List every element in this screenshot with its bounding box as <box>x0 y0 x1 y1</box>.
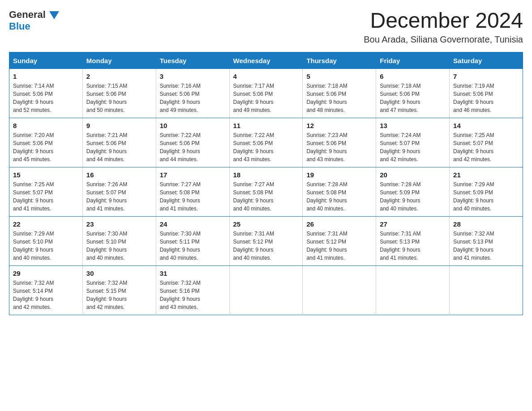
calendar-cell: 22 Sunrise: 7:29 AMSunset: 5:10 PMDaylig… <box>9 216 83 265</box>
day-number: 19 <box>306 171 372 179</box>
calendar-cell: 6 Sunrise: 7:18 AMSunset: 5:06 PMDayligh… <box>376 69 450 118</box>
calendar-cell: 1 Sunrise: 7:14 AMSunset: 5:06 PMDayligh… <box>9 69 83 118</box>
logo-icon: General Blue <box>9 9 59 32</box>
calendar-cell <box>376 265 450 315</box>
day-detail: Sunrise: 7:18 AMSunset: 5:06 PMDaylight:… <box>306 83 347 113</box>
day-detail: Sunrise: 7:28 AMSunset: 5:09 PMDaylight:… <box>380 181 420 212</box>
month-title: December 2024 <box>364 9 523 33</box>
day-detail: Sunrise: 7:32 AMSunset: 5:14 PMDaylight:… <box>13 280 54 310</box>
calendar-cell <box>303 265 376 315</box>
col-monday: Monday <box>82 52 156 69</box>
calendar-cell: 11 Sunrise: 7:22 AMSunset: 5:06 PMDaylig… <box>229 118 303 167</box>
day-number: 21 <box>453 171 519 179</box>
day-number: 22 <box>13 220 79 228</box>
day-number: 20 <box>380 171 446 179</box>
day-detail: Sunrise: 7:19 AMSunset: 5:06 PMDaylight:… <box>453 83 494 113</box>
day-number: 2 <box>86 73 152 80</box>
title-block: December 2024 Bou Arada, Siliana Governo… <box>364 9 523 45</box>
day-number: 1 <box>13 73 79 80</box>
day-number: 27 <box>380 220 446 228</box>
day-detail: Sunrise: 7:32 AMSunset: 5:16 PMDaylight:… <box>160 280 201 310</box>
day-detail: Sunrise: 7:22 AMSunset: 5:06 PMDaylight:… <box>160 132 201 163</box>
calendar-cell: 18 Sunrise: 7:27 AMSunset: 5:08 PMDaylig… <box>229 167 303 216</box>
day-detail: Sunrise: 7:25 AMSunset: 5:07 PMDaylight:… <box>13 181 54 212</box>
day-detail: Sunrise: 7:32 AMSunset: 5:15 PMDaylight:… <box>86 280 127 310</box>
calendar-cell: 29 Sunrise: 7:32 AMSunset: 5:14 PMDaylig… <box>9 265 83 315</box>
calendar-week-4: 22 Sunrise: 7:29 AMSunset: 5:10 PMDaylig… <box>9 216 523 265</box>
calendar-cell: 30 Sunrise: 7:32 AMSunset: 5:15 PMDaylig… <box>82 265 156 315</box>
calendar-cell: 27 Sunrise: 7:31 AMSunset: 5:13 PMDaylig… <box>376 216 450 265</box>
col-wednesday: Wednesday <box>229 52 303 69</box>
day-detail: Sunrise: 7:24 AMSunset: 5:07 PMDaylight:… <box>380 132 420 163</box>
day-detail: Sunrise: 7:17 AMSunset: 5:06 PMDaylight:… <box>233 83 274 113</box>
col-tuesday: Tuesday <box>156 52 229 69</box>
logo-general-text: General <box>9 9 59 20</box>
day-detail: Sunrise: 7:32 AMSunset: 5:13 PMDaylight:… <box>453 231 494 261</box>
calendar-week-1: 1 Sunrise: 7:14 AMSunset: 5:06 PMDayligh… <box>9 69 523 118</box>
calendar-table: Sunday Monday Tuesday Wednesday Thursday… <box>9 52 523 315</box>
calendar-cell: 21 Sunrise: 7:29 AMSunset: 5:09 PMDaylig… <box>450 167 523 216</box>
location-title: Bou Arada, Siliana Governorate, Tunisia <box>364 34 523 45</box>
day-number: 6 <box>380 73 446 80</box>
day-number: 23 <box>86 220 152 228</box>
day-detail: Sunrise: 7:28 AMSunset: 5:08 PMDaylight:… <box>306 181 347 212</box>
day-number: 16 <box>86 171 152 179</box>
day-detail: Sunrise: 7:27 AMSunset: 5:08 PMDaylight:… <box>160 181 201 212</box>
calendar-cell: 17 Sunrise: 7:27 AMSunset: 5:08 PMDaylig… <box>156 167 229 216</box>
day-detail: Sunrise: 7:27 AMSunset: 5:08 PMDaylight:… <box>233 181 274 212</box>
day-number: 7 <box>453 73 519 80</box>
calendar-cell: 31 Sunrise: 7:32 AMSunset: 5:16 PMDaylig… <box>156 265 229 315</box>
calendar-cell: 12 Sunrise: 7:23 AMSunset: 5:06 PMDaylig… <box>303 118 376 167</box>
day-number: 5 <box>306 73 372 80</box>
day-detail: Sunrise: 7:25 AMSunset: 5:07 PMDaylight:… <box>453 132 494 163</box>
calendar-cell: 10 Sunrise: 7:22 AMSunset: 5:06 PMDaylig… <box>156 118 229 167</box>
day-detail: Sunrise: 7:18 AMSunset: 5:06 PMDaylight:… <box>380 83 420 113</box>
day-number: 9 <box>86 122 152 129</box>
day-detail: Sunrise: 7:30 AMSunset: 5:11 PMDaylight:… <box>160 231 201 261</box>
calendar-cell: 19 Sunrise: 7:28 AMSunset: 5:08 PMDaylig… <box>303 167 376 216</box>
day-number: 25 <box>233 220 299 228</box>
header-row: Sunday Monday Tuesday Wednesday Thursday… <box>9 52 523 69</box>
calendar-cell: 3 Sunrise: 7:16 AMSunset: 5:06 PMDayligh… <box>156 69 229 118</box>
day-detail: Sunrise: 7:22 AMSunset: 5:06 PMDaylight:… <box>233 132 274 163</box>
col-friday: Friday <box>376 52 450 69</box>
calendar-header: Sunday Monday Tuesday Wednesday Thursday… <box>9 52 523 69</box>
day-number: 30 <box>86 270 152 277</box>
day-number: 15 <box>13 171 79 179</box>
calendar-cell: 14 Sunrise: 7:25 AMSunset: 5:07 PMDaylig… <box>450 118 523 167</box>
day-number: 18 <box>233 171 299 179</box>
day-number: 17 <box>160 171 226 179</box>
calendar-week-2: 8 Sunrise: 7:20 AMSunset: 5:06 PMDayligh… <box>9 118 523 167</box>
day-number: 12 <box>306 122 372 129</box>
day-number: 31 <box>160 270 226 277</box>
day-detail: Sunrise: 7:15 AMSunset: 5:06 PMDaylight:… <box>86 83 127 113</box>
day-number: 10 <box>160 122 226 129</box>
calendar-body: 1 Sunrise: 7:14 AMSunset: 5:06 PMDayligh… <box>9 69 523 315</box>
day-number: 13 <box>380 122 446 129</box>
day-detail: Sunrise: 7:14 AMSunset: 5:06 PMDaylight:… <box>13 83 54 113</box>
calendar-week-5: 29 Sunrise: 7:32 AMSunset: 5:14 PMDaylig… <box>9 265 523 315</box>
col-saturday: Saturday <box>450 52 523 69</box>
calendar-cell <box>229 265 303 315</box>
day-detail: Sunrise: 7:20 AMSunset: 5:06 PMDaylight:… <box>13 132 54 163</box>
day-number: 24 <box>160 220 226 228</box>
calendar-cell <box>450 265 523 315</box>
day-detail: Sunrise: 7:23 AMSunset: 5:06 PMDaylight:… <box>306 132 347 163</box>
day-detail: Sunrise: 7:31 AMSunset: 5:12 PMDaylight:… <box>233 231 274 261</box>
calendar-cell: 4 Sunrise: 7:17 AMSunset: 5:06 PMDayligh… <box>229 69 303 118</box>
calendar-cell: 2 Sunrise: 7:15 AMSunset: 5:06 PMDayligh… <box>82 69 156 118</box>
calendar-cell: 13 Sunrise: 7:24 AMSunset: 5:07 PMDaylig… <box>376 118 450 167</box>
svg-marker-0 <box>49 11 59 19</box>
calendar-cell: 25 Sunrise: 7:31 AMSunset: 5:12 PMDaylig… <box>229 216 303 265</box>
calendar-cell: 24 Sunrise: 7:30 AMSunset: 5:11 PMDaylig… <box>156 216 229 265</box>
day-number: 28 <box>453 220 519 228</box>
calendar-cell: 8 Sunrise: 7:20 AMSunset: 5:06 PMDayligh… <box>9 118 83 167</box>
calendar-cell: 7 Sunrise: 7:19 AMSunset: 5:06 PMDayligh… <box>450 69 523 118</box>
calendar-cell: 5 Sunrise: 7:18 AMSunset: 5:06 PMDayligh… <box>303 69 376 118</box>
day-detail: Sunrise: 7:21 AMSunset: 5:06 PMDaylight:… <box>86 132 127 163</box>
calendar-week-3: 15 Sunrise: 7:25 AMSunset: 5:07 PMDaylig… <box>9 167 523 216</box>
calendar-cell: 28 Sunrise: 7:32 AMSunset: 5:13 PMDaylig… <box>450 216 523 265</box>
logo: General Blue <box>9 9 59 32</box>
col-thursday: Thursday <box>303 52 376 69</box>
col-sunday: Sunday <box>9 52 83 69</box>
